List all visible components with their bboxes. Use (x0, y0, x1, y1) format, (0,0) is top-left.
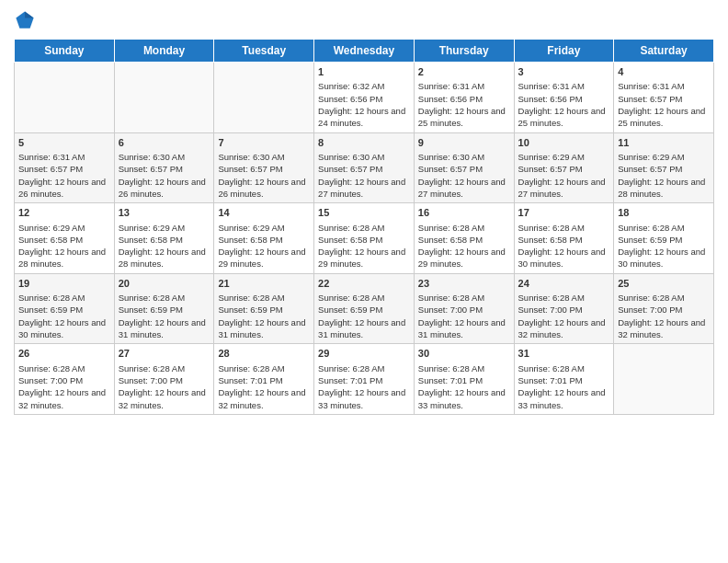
calendar-cell: 18Sunrise: 6:28 AMSunset: 6:59 PMDayligh… (614, 203, 714, 274)
day-number: 10 (518, 136, 610, 150)
daylight-text: Daylight: 12 hours and 28 minutes. (18, 246, 110, 270)
sunrise-text: Sunrise: 6:30 AM (218, 151, 310, 163)
calendar-cell: 22Sunrise: 6:28 AMSunset: 6:59 PMDayligh… (314, 273, 415, 344)
sunset-text: Sunset: 6:58 PM (518, 234, 610, 246)
daylight-text: Daylight: 12 hours and 30 minutes. (618, 246, 710, 270)
calendar-cell: 19Sunrise: 6:28 AMSunset: 6:59 PMDayligh… (15, 273, 115, 344)
calendar-week-row: 5Sunrise: 6:31 AMSunset: 6:57 PMDaylight… (15, 132, 714, 203)
day-number: 11 (618, 136, 710, 150)
sunset-text: Sunset: 6:56 PM (318, 93, 410, 105)
sunset-text: Sunset: 6:59 PM (218, 304, 310, 316)
sunrise-text: Sunrise: 6:28 AM (518, 292, 610, 304)
daylight-text: Daylight: 12 hours and 25 minutes. (418, 105, 510, 130)
day-number: 21 (218, 277, 310, 291)
daylight-text: Daylight: 12 hours and 32 minutes. (119, 386, 210, 411)
calendar-cell: 6Sunrise: 6:30 AMSunset: 6:57 PMDaylight… (114, 132, 214, 203)
calendar-cell: 16Sunrise: 6:28 AMSunset: 6:58 PMDayligh… (414, 203, 514, 274)
calendar-cell: 9Sunrise: 6:30 AMSunset: 6:57 PMDaylight… (414, 132, 514, 203)
calendar-cell: 5Sunrise: 6:31 AMSunset: 6:57 PMDaylight… (15, 132, 115, 203)
day-number: 18 (618, 206, 710, 220)
daylight-text: Daylight: 12 hours and 32 minutes. (618, 316, 710, 341)
daylight-text: Daylight: 12 hours and 33 minutes. (418, 386, 510, 411)
calendar-cell: 17Sunrise: 6:28 AMSunset: 6:58 PMDayligh… (514, 203, 614, 274)
daylight-text: Daylight: 12 hours and 25 minutes. (518, 105, 610, 130)
sunset-text: Sunset: 6:57 PM (618, 93, 710, 105)
sunrise-text: Sunrise: 6:31 AM (518, 80, 610, 92)
daylight-text: Daylight: 12 hours and 33 minutes. (318, 386, 410, 411)
calendar-header-row: SundayMondayTuesdayWednesdayThursdayFrid… (15, 40, 714, 63)
daylight-text: Daylight: 12 hours and 31 minutes. (218, 316, 310, 341)
page: SundayMondayTuesdayWednesdayThursdayFrid… (0, 0, 728, 563)
calendar-table: SundayMondayTuesdayWednesdayThursdayFrid… (14, 39, 714, 415)
calendar-cell: 14Sunrise: 6:29 AMSunset: 6:58 PMDayligh… (214, 203, 314, 274)
day-number: 30 (418, 347, 510, 361)
sunrise-text: Sunrise: 6:30 AM (119, 151, 210, 163)
calendar-week-row: 1Sunrise: 6:32 AMSunset: 6:56 PMDaylight… (15, 63, 714, 133)
sunset-text: Sunset: 6:58 PM (119, 234, 210, 246)
calendar-cell: 13Sunrise: 6:29 AMSunset: 6:58 PMDayligh… (114, 203, 214, 274)
daylight-text: Daylight: 12 hours and 29 minutes. (418, 246, 510, 270)
daylight-text: Daylight: 12 hours and 31 minutes. (119, 316, 210, 341)
sunrise-text: Sunrise: 6:28 AM (318, 222, 410, 234)
day-number: 13 (119, 206, 210, 220)
sunrise-text: Sunrise: 6:29 AM (518, 151, 610, 163)
day-number: 14 (218, 206, 310, 220)
day-number: 26 (18, 347, 110, 361)
sunrise-text: Sunrise: 6:31 AM (18, 151, 110, 163)
sunset-text: Sunset: 6:59 PM (318, 304, 410, 316)
day-header-thursday: Thursday (414, 40, 514, 63)
daylight-text: Daylight: 12 hours and 30 minutes. (518, 246, 610, 270)
sunset-text: Sunset: 6:59 PM (618, 234, 710, 246)
sunrise-text: Sunrise: 6:28 AM (119, 292, 210, 304)
day-number: 28 (218, 347, 310, 361)
day-number: 24 (518, 277, 610, 291)
sunrise-text: Sunrise: 6:29 AM (218, 222, 310, 234)
calendar-cell: 2Sunrise: 6:31 AMSunset: 6:56 PMDaylight… (414, 63, 514, 133)
daylight-text: Daylight: 12 hours and 32 minutes. (18, 386, 110, 411)
daylight-text: Daylight: 12 hours and 26 minutes. (218, 176, 310, 201)
calendar-cell: 11Sunrise: 6:29 AMSunset: 6:57 PMDayligh… (614, 132, 714, 203)
sunset-text: Sunset: 7:01 PM (518, 374, 610, 386)
sunset-text: Sunset: 6:57 PM (618, 163, 710, 175)
sunset-text: Sunset: 6:59 PM (119, 304, 210, 316)
day-number: 3 (518, 65, 610, 79)
sunrise-text: Sunrise: 6:30 AM (318, 151, 410, 163)
day-number: 23 (418, 277, 510, 291)
day-number: 1 (318, 65, 410, 79)
daylight-text: Daylight: 12 hours and 27 minutes. (318, 176, 410, 201)
day-number: 20 (119, 277, 210, 291)
sunrise-text: Sunrise: 6:28 AM (418, 292, 510, 304)
sunrise-text: Sunrise: 6:28 AM (418, 362, 510, 374)
sunset-text: Sunset: 7:00 PM (618, 304, 710, 316)
sunset-text: Sunset: 7:01 PM (418, 374, 510, 386)
sunrise-text: Sunrise: 6:28 AM (418, 222, 510, 234)
day-number: 8 (318, 136, 410, 150)
sunset-text: Sunset: 6:58 PM (18, 234, 110, 246)
calendar-week-row: 12Sunrise: 6:29 AMSunset: 6:58 PMDayligh… (15, 203, 714, 274)
calendar-cell: 4Sunrise: 6:31 AMSunset: 6:57 PMDaylight… (614, 63, 714, 133)
sunrise-text: Sunrise: 6:31 AM (618, 80, 710, 92)
day-number: 16 (418, 206, 510, 220)
calendar-cell: 21Sunrise: 6:28 AMSunset: 6:59 PMDayligh… (214, 273, 314, 344)
day-number: 19 (18, 277, 110, 291)
calendar-cell (614, 344, 714, 415)
day-number: 6 (119, 136, 210, 150)
calendar-week-row: 26Sunrise: 6:28 AMSunset: 7:00 PMDayligh… (15, 344, 714, 415)
calendar-cell: 8Sunrise: 6:30 AMSunset: 6:57 PMDaylight… (314, 132, 415, 203)
calendar-cell: 25Sunrise: 6:28 AMSunset: 7:00 PMDayligh… (614, 273, 714, 344)
daylight-text: Daylight: 12 hours and 29 minutes. (218, 246, 310, 270)
calendar-cell: 10Sunrise: 6:29 AMSunset: 6:57 PMDayligh… (514, 132, 614, 203)
calendar-week-row: 19Sunrise: 6:28 AMSunset: 6:59 PMDayligh… (15, 273, 714, 344)
sunset-text: Sunset: 6:57 PM (119, 163, 210, 175)
sunset-text: Sunset: 7:00 PM (18, 374, 110, 386)
day-number: 27 (119, 347, 210, 361)
sunrise-text: Sunrise: 6:29 AM (18, 222, 110, 234)
sunrise-text: Sunrise: 6:28 AM (18, 362, 110, 374)
day-number: 12 (18, 206, 110, 220)
day-number: 25 (618, 277, 710, 291)
daylight-text: Daylight: 12 hours and 31 minutes. (418, 316, 510, 341)
calendar-cell: 12Sunrise: 6:29 AMSunset: 6:58 PMDayligh… (15, 203, 115, 274)
sunset-text: Sunset: 6:58 PM (318, 234, 410, 246)
sunrise-text: Sunrise: 6:30 AM (418, 151, 510, 163)
calendar-cell: 30Sunrise: 6:28 AMSunset: 7:01 PMDayligh… (414, 344, 514, 415)
